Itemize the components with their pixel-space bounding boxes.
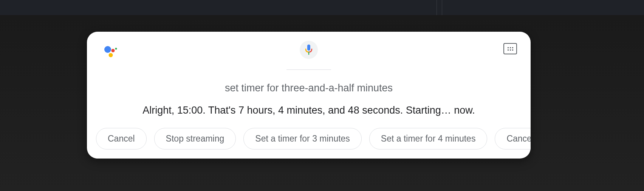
microphone-icon: [304, 45, 313, 55]
svg-rect-4: [307, 45, 310, 51]
suggestion-chip-timer-4[interactable]: Set a timer for 4 minutes: [369, 128, 488, 149]
suggestion-chip-cancel-2[interactable]: Cancel: [495, 128, 531, 149]
divider: [437, 0, 437, 15]
suggestion-chip-stop-streaming[interactable]: Stop streaming: [154, 128, 236, 149]
assistant-card: set timer for three-and-a-half minutes A…: [87, 32, 531, 159]
divider: [442, 0, 442, 15]
assistant-logo-icon: [104, 45, 119, 60]
svg-point-0: [104, 46, 111, 53]
card-header: [87, 32, 531, 70]
microphone-button[interactable]: [300, 41, 318, 59]
svg-point-2: [109, 53, 113, 57]
keyboard-icon: [508, 47, 513, 51]
svg-point-3: [115, 48, 117, 50]
response-text: Alright, 15:00. That's 7 hours, 4 minute…: [87, 105, 531, 116]
suggestion-chip-cancel[interactable]: Cancel: [96, 128, 147, 149]
suggestion-row: Cancel Stop streaming Set a timer for 3 …: [96, 128, 531, 149]
query-text: set timer for three-and-a-half minutes: [87, 82, 531, 94]
suggestion-chip-timer-3[interactable]: Set a timer for 3 minutes: [243, 128, 362, 149]
keyboard-button[interactable]: [503, 43, 517, 54]
divider: [286, 69, 331, 70]
svg-point-1: [111, 49, 115, 52]
top-bar: [0, 0, 644, 15]
